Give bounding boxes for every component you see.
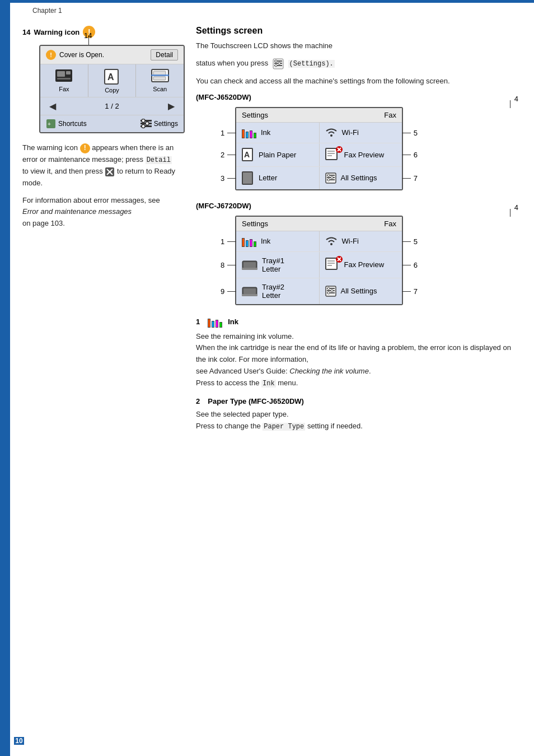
m2-ann-7-line xyxy=(402,291,411,292)
m2-ann-8-line xyxy=(227,265,236,265)
scan-icon xyxy=(151,69,169,83)
scan-label: Scan xyxy=(153,86,167,92)
plain-paper-icon: A xyxy=(242,148,254,161)
shortcuts-button[interactable]: + Shortcuts xyxy=(40,115,92,132)
svg-point-26 xyxy=(278,62,280,64)
model1-letter-label: Letter xyxy=(259,174,277,182)
section-title-text: Warning icon xyxy=(34,28,79,36)
svg-point-65 xyxy=(331,290,333,292)
model2-allsettings-cell[interactable]: All Settings xyxy=(320,278,402,304)
ann-7-line xyxy=(402,178,411,179)
ann-1-line xyxy=(227,133,236,133)
model1-faxpreview-label: Fax Preview xyxy=(344,151,385,159)
shortcuts-label: Shortcuts xyxy=(58,120,87,128)
model1-letter-cell[interactable]: Letter xyxy=(236,167,320,189)
fax-preview-wrapper xyxy=(325,148,340,162)
item-2-num: 2 xyxy=(196,397,200,405)
model2-wifi-cell[interactable]: Wi-Fi xyxy=(320,231,402,251)
model2-wifi-label: Wi-Fi xyxy=(342,237,359,245)
item-2-title-row: 2 Paper Type (MFC-J6520DW) xyxy=(196,397,523,405)
settings-heading: Settings screen xyxy=(196,26,523,36)
ink-icon xyxy=(242,127,256,138)
svg-rect-9 xyxy=(153,77,166,80)
settings-button[interactable]: Settings xyxy=(135,115,184,132)
item-1-icon-label: Ink xyxy=(228,318,238,326)
chapter-label: Chapter 1 xyxy=(32,7,523,15)
desc-text3: to view it, and then press xyxy=(22,167,105,175)
model2-ink-cell[interactable]: Ink xyxy=(236,231,320,251)
model1-allsettings-cell[interactable]: All Settings xyxy=(320,167,402,189)
ann-7: 7 xyxy=(414,174,418,182)
detail-code: Detail xyxy=(146,156,172,164)
lcd-header: ! Cover is Open. Detail xyxy=(40,46,184,64)
all-settings-icon xyxy=(325,172,336,184)
model1-ss-header: Settings Fax xyxy=(236,108,402,123)
ann-6-line xyxy=(402,155,411,155)
model1-screen-wrapper: 4 Settings Fax xyxy=(218,107,523,190)
letter-icon xyxy=(242,171,254,185)
ann-3-line xyxy=(227,178,236,179)
m2-ann-1-line xyxy=(227,241,236,242)
x-button-icon xyxy=(105,167,115,177)
lcd-icons-row: Fax A Copy xyxy=(40,64,184,97)
lcd-header-text: Cover is Open. xyxy=(59,51,104,59)
model2-tray2-label: Tray#2Letter xyxy=(262,283,284,300)
model1-num4-vline xyxy=(510,100,510,108)
fax-label: Fax xyxy=(59,86,69,92)
model2-screen: Settings Fax Ink xyxy=(235,216,403,305)
model1-num4: 4 xyxy=(514,95,518,103)
model1-wifi-cell[interactable]: Wi-Fi xyxy=(320,123,402,143)
model2-label: (MFC-J6720DW) xyxy=(196,202,523,210)
model1-ink-cell[interactable]: Ink xyxy=(236,123,320,143)
model2-tray1-label: Tray#1Letter xyxy=(262,256,284,273)
ann-5-line xyxy=(402,133,411,133)
page-number: 10 xyxy=(14,737,24,745)
svg-point-66 xyxy=(327,292,330,294)
model2-tray2-cell[interactable]: Tray#2Letter xyxy=(236,278,320,304)
model1-paper-cell[interactable]: A Plain Paper xyxy=(236,143,320,166)
item-2-paper-code: Paper Type xyxy=(263,423,305,431)
nav-right-arrow[interactable]: ▶ xyxy=(168,101,175,111)
detail-button[interactable]: Detail xyxy=(151,49,178,60)
lcd-fax-cell[interactable]: Fax xyxy=(40,64,88,97)
left-column: 14 Warning icon ! 14 ! Cover is Open. De… xyxy=(22,26,179,437)
shortcuts-icon: + xyxy=(46,119,56,129)
m2-ann-7: 7 xyxy=(414,287,418,295)
lcd-scan-cell[interactable]: Scan xyxy=(136,64,184,97)
model2-header-left: Settings xyxy=(242,220,268,228)
model2-row1: Ink Wi-Fi 1 5 xyxy=(236,231,402,252)
item-1-ink-code: Ink xyxy=(261,380,276,388)
svg-point-27 xyxy=(275,64,277,67)
item-2-section: 2 Paper Type (MFC-J6520DW) See the selec… xyxy=(196,397,523,432)
intro-text2: status when you press (Settings). xyxy=(196,58,523,70)
ann-6: 6 xyxy=(414,151,418,159)
ann-5: 5 xyxy=(414,128,418,137)
warning-desc2: For information about error messages, se… xyxy=(22,195,179,230)
model2-faxpreview-cell[interactable]: Fax Preview xyxy=(320,252,402,278)
settings-label: Settings xyxy=(154,120,178,128)
m2-ann-8: 8 xyxy=(221,260,224,269)
fax-icon xyxy=(55,69,73,83)
svg-point-44 xyxy=(331,176,333,179)
warning-desc: The warning icon ! appears when there is… xyxy=(22,142,179,189)
model2-tray1-cell[interactable]: Tray#1Letter xyxy=(236,252,320,278)
svg-rect-38 xyxy=(242,172,252,184)
m2-ann-6: 6 xyxy=(414,260,418,269)
model1-faxpreview-cell[interactable]: Fax Preview xyxy=(320,143,402,166)
model1-header-right: Fax xyxy=(384,111,396,119)
nav-left-arrow[interactable]: ◀ xyxy=(49,101,56,111)
fax-preview-x-icon2 xyxy=(335,255,343,263)
svg-point-16 xyxy=(146,122,149,125)
settings-code: (Settings). xyxy=(288,60,335,68)
fax-preview-wrapper2 xyxy=(325,258,340,272)
item-1-num: 1 xyxy=(196,318,200,326)
intro-text3: You can check and access all the machine… xyxy=(196,76,523,87)
model2-screen-wrapper: 4 Settings Fax xyxy=(218,216,523,305)
lcd-copy-cell[interactable]: A Copy xyxy=(88,64,137,97)
model1-header-left: Settings xyxy=(242,111,268,119)
svg-point-46 xyxy=(330,243,332,245)
ann-2: 2 xyxy=(221,151,224,159)
wifi-icon2 xyxy=(325,236,338,246)
ann-3: 3 xyxy=(221,174,224,182)
svg-text:A: A xyxy=(244,150,250,159)
